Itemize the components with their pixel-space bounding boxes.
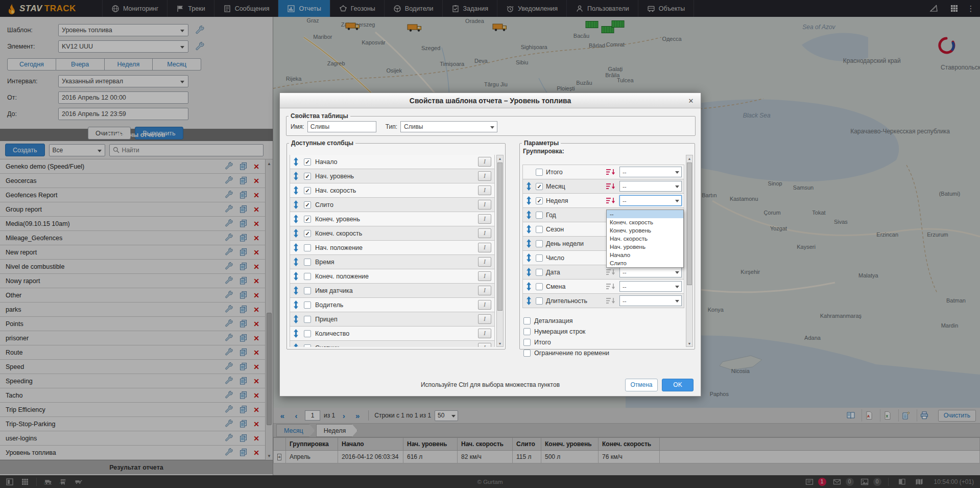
- column-checkbox[interactable]: [304, 330, 311, 337]
- grouping-sort-select[interactable]: --: [619, 281, 682, 292]
- move-updown-icon[interactable]: [293, 286, 300, 295]
- dropdown-option[interactable]: Конеч. уровень: [607, 226, 683, 235]
- move-updown-icon[interactable]: [526, 182, 533, 191]
- column-format-button[interactable]: I: [478, 329, 491, 338]
- parameter-checkbox-row[interactable]: Ограничение по времени: [522, 347, 684, 358]
- column-checkbox[interactable]: ✓: [304, 230, 311, 237]
- column-row[interactable]: ✓Нач. скоростьI: [290, 183, 495, 198]
- move-updown-icon[interactable]: [526, 253, 533, 262]
- scroll-thumb[interactable]: [497, 162, 503, 311]
- column-format-button[interactable]: I: [478, 257, 491, 267]
- column-checkbox[interactable]: ✓: [304, 187, 311, 194]
- scroll-down-icon[interactable]: ▼: [686, 340, 692, 346]
- move-updown-icon[interactable]: [526, 268, 533, 276]
- column-checkbox[interactable]: ✓: [304, 158, 311, 166]
- dropdown-option[interactable]: Слито: [607, 259, 683, 267]
- column-row[interactable]: КоличествоI: [290, 326, 495, 341]
- grouping-checkbox[interactable]: [536, 240, 543, 247]
- grouping-sort-select[interactable]: --: [619, 181, 682, 192]
- column-format-button[interactable]: I: [478, 228, 491, 238]
- move-updown-icon[interactable]: [293, 300, 300, 309]
- column-format-button[interactable]: I: [478, 300, 491, 310]
- scroll-up-icon[interactable]: ▲: [497, 155, 503, 161]
- grouping-row[interactable]: Смена--: [522, 279, 684, 294]
- column-row[interactable]: ✓Конеч. скоростьI: [290, 226, 495, 241]
- grouping-sort-select[interactable]: --: [619, 267, 682, 277]
- scroll-down-icon[interactable]: ▼: [497, 340, 503, 346]
- column-checkbox[interactable]: [304, 287, 311, 294]
- grouping-checkbox[interactable]: ✓: [536, 197, 543, 204]
- column-row[interactable]: ✓Нач. уровеньI: [290, 169, 495, 183]
- parameter-checkbox-row[interactable]: Нумерация строк: [522, 326, 684, 337]
- dropdown-option[interactable]: Нач. уровень: [607, 243, 683, 251]
- grouping-checkbox[interactable]: ✓: [536, 183, 543, 190]
- column-row[interactable]: СчетчикI: [290, 340, 495, 347]
- sort-icon[interactable]: [605, 283, 616, 290]
- dropdown-option[interactable]: Нач. скорость: [607, 235, 683, 243]
- column-row[interactable]: ✓Конеч. уровеньI: [290, 212, 495, 226]
- move-updown-icon[interactable]: [293, 315, 300, 323]
- grouping-checkbox[interactable]: [536, 212, 543, 219]
- column-checkbox[interactable]: ✓: [304, 201, 311, 208]
- grouping-checkbox[interactable]: [536, 169, 543, 176]
- column-checkbox[interactable]: [304, 344, 311, 347]
- columns-scrollbar[interactable]: ▲ ▼: [496, 155, 504, 347]
- column-format-button[interactable]: I: [478, 314, 491, 324]
- cancel-button[interactable]: Отмена: [625, 379, 658, 391]
- move-updown-icon[interactable]: [293, 186, 300, 195]
- grouping-row[interactable]: ✓Неделя--: [522, 193, 684, 208]
- grouping-row[interactable]: Длительность--: [522, 293, 684, 308]
- move-updown-icon[interactable]: [293, 172, 300, 180]
- move-updown-icon[interactable]: [526, 196, 533, 205]
- move-updown-icon[interactable]: [293, 258, 300, 266]
- column-format-button[interactable]: I: [478, 343, 491, 347]
- parameter-checkbox[interactable]: [523, 317, 531, 324]
- column-format-button[interactable]: I: [478, 157, 491, 167]
- table-type-select[interactable]: Сливы: [400, 121, 497, 132]
- sort-icon[interactable]: [605, 297, 616, 305]
- column-checkbox[interactable]: [304, 316, 311, 323]
- move-updown-icon[interactable]: [526, 239, 533, 248]
- move-updown-icon[interactable]: [293, 200, 300, 209]
- column-format-button[interactable]: I: [478, 286, 491, 295]
- move-updown-icon[interactable]: [526, 211, 533, 219]
- column-format-button[interactable]: I: [478, 200, 491, 210]
- close-icon[interactable]: ✕: [686, 96, 696, 105]
- grouping-checkbox[interactable]: [536, 254, 543, 262]
- grouping-row[interactable]: Итого--: [522, 165, 684, 179]
- table-name-input[interactable]: [307, 121, 376, 132]
- column-row[interactable]: ПрицепI: [290, 312, 495, 327]
- sort-icon[interactable]: [605, 268, 616, 276]
- column-row[interactable]: Имя датчикаI: [290, 283, 495, 298]
- grouping-sort-select[interactable]: --: [619, 167, 682, 177]
- column-format-button[interactable]: I: [478, 214, 491, 224]
- grouping-checkbox[interactable]: [536, 269, 543, 276]
- scroll-thumb[interactable]: [687, 162, 692, 285]
- move-updown-icon[interactable]: [293, 243, 300, 252]
- move-updown-icon[interactable]: [293, 157, 300, 166]
- column-format-button[interactable]: I: [478, 271, 491, 281]
- dropdown-option[interactable]: Начало: [607, 251, 683, 259]
- parameter-checkbox-row[interactable]: Детализация: [522, 315, 684, 326]
- column-row[interactable]: ВодительI: [290, 297, 495, 312]
- move-updown-icon[interactable]: [526, 225, 533, 234]
- column-checkbox[interactable]: [304, 259, 311, 266]
- move-updown-icon[interactable]: [526, 296, 533, 305]
- sort-icon[interactable]: [605, 182, 616, 190]
- scroll-up-icon[interactable]: ▲: [686, 155, 692, 161]
- grouping-checkbox[interactable]: [536, 297, 543, 305]
- move-updown-icon[interactable]: [293, 229, 300, 238]
- column-checkbox[interactable]: [304, 244, 311, 251]
- move-updown-icon[interactable]: [293, 343, 300, 347]
- column-row[interactable]: ✓НачалоI: [290, 155, 495, 169]
- grouping-sort-select[interactable]: --: [619, 195, 682, 206]
- column-format-button[interactable]: I: [478, 243, 491, 252]
- column-row[interactable]: Конеч. положениеI: [290, 269, 495, 284]
- parameter-checkbox[interactable]: [523, 350, 531, 357]
- column-checkbox[interactable]: ✓: [304, 216, 311, 223]
- column-format-button[interactable]: I: [478, 185, 491, 195]
- column-checkbox[interactable]: [304, 273, 311, 280]
- dropdown-option[interactable]: Конеч. скорость: [607, 218, 683, 226]
- parameter-checkbox-row[interactable]: Итого: [522, 337, 684, 347]
- column-format-button[interactable]: I: [478, 171, 491, 181]
